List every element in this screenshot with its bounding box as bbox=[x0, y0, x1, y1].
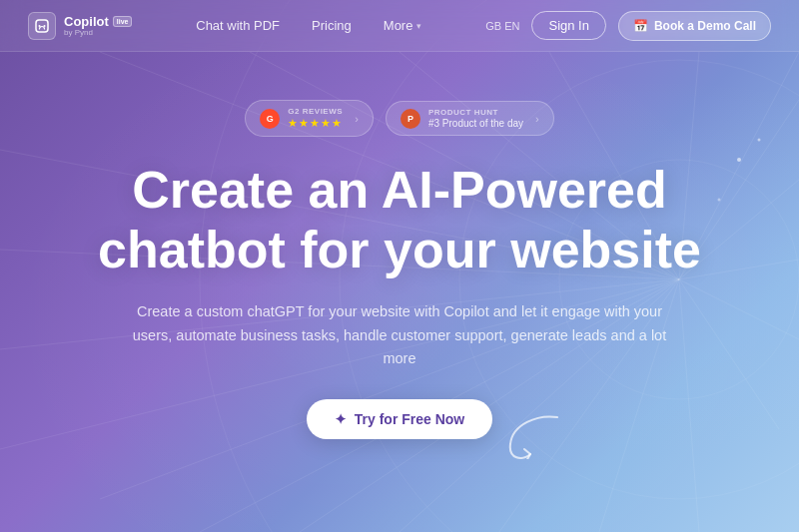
nav-links: Chat with PDF Pricing More ▾ bbox=[196, 18, 421, 33]
hero-section: G G2 REVIEWS ★★★★★ › P PRODUCT HUNT #3 P… bbox=[0, 52, 799, 439]
logo-text: Copilot live by Pynd bbox=[64, 15, 132, 37]
ph-arrow: › bbox=[535, 113, 539, 125]
badges-row: G G2 REVIEWS ★★★★★ › P PRODUCT HUNT #3 P… bbox=[245, 100, 553, 137]
ph-badge[interactable]: P PRODUCT HUNT #3 Product of the day › bbox=[386, 101, 554, 136]
g2-label: G2 REVIEWS bbox=[288, 107, 343, 116]
hero-title: Create an AI-Powered chatbot for your we… bbox=[98, 161, 701, 280]
navbar: Copilot live by Pynd Chat with PDF Prici… bbox=[0, 0, 799, 52]
logo-icon[interactable] bbox=[28, 12, 56, 40]
nav-pricing[interactable]: Pricing bbox=[312, 18, 352, 33]
nav-chat-pdf[interactable]: Chat with PDF bbox=[196, 18, 280, 33]
g2-badge[interactable]: G G2 REVIEWS ★★★★★ › bbox=[245, 100, 374, 137]
logo-area: Copilot live by Pynd bbox=[28, 12, 132, 40]
try-free-button[interactable]: ✦ Try for Free Now bbox=[307, 399, 492, 439]
language-selector[interactable]: GB EN bbox=[485, 20, 519, 32]
live-badge: live bbox=[113, 16, 133, 27]
navbar-actions: GB EN Sign In 📅 Book a Demo Call bbox=[485, 11, 771, 41]
hero-subtitle: Create a custom chatGPT for your website… bbox=[120, 300, 679, 372]
chevron-down-icon: ▾ bbox=[416, 21, 421, 31]
g2-arrow: › bbox=[355, 113, 359, 125]
calendar-icon: 📅 bbox=[633, 19, 648, 33]
g2-icon: G bbox=[260, 109, 280, 129]
sparkle-icon: ✦ bbox=[335, 411, 347, 427]
nav-more[interactable]: More ▾ bbox=[384, 18, 422, 33]
cta-area: ✦ Try for Free Now bbox=[307, 399, 492, 439]
book-demo-button[interactable]: 📅 Book a Demo Call bbox=[618, 11, 771, 41]
sign-in-button[interactable]: Sign In bbox=[531, 11, 605, 40]
swirl-arrow-decoration bbox=[502, 409, 572, 463]
g2-stars: ★★★★★ bbox=[288, 117, 343, 130]
ph-text: #3 Product of the day bbox=[428, 118, 523, 129]
ph-badge-content: PRODUCT HUNT #3 Product of the day bbox=[428, 108, 523, 129]
logo-name: Copilot live bbox=[64, 15, 132, 28]
logo-byline: by Pynd bbox=[64, 29, 132, 37]
producthunt-icon: P bbox=[400, 109, 420, 129]
g2-badge-content: G2 REVIEWS ★★★★★ bbox=[288, 107, 343, 130]
ph-label: PRODUCT HUNT bbox=[428, 108, 523, 117]
